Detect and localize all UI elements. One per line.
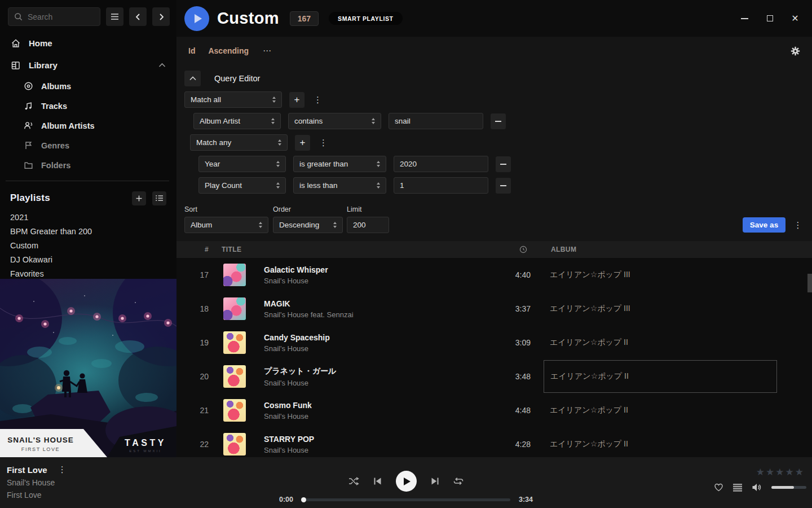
table-row[interactable]: 19 Candy Spaceship Snail's House 3:09 エイ… xyxy=(176,326,812,360)
menu-button[interactable] xyxy=(106,7,123,26)
track-artist: Snail's House xyxy=(264,412,491,421)
nav-back-button[interactable] xyxy=(129,7,147,26)
rule-field-select[interactable]: Play Count xyxy=(198,177,286,194)
sidebar-item-genres[interactable]: Genres xyxy=(0,135,176,155)
play-pause-button[interactable] xyxy=(396,471,417,492)
table-row[interactable]: 22 STARRY POP Snail's House 4:28 エイリアン☆ポ… xyxy=(176,427,812,457)
track-album[interactable]: エイリアン☆ポップ III xyxy=(544,259,777,291)
sidebar-item-library[interactable]: Library xyxy=(0,54,176,76)
remove-rule-button[interactable] xyxy=(491,113,506,129)
sort-select[interactable]: Album xyxy=(184,217,268,233)
rule-operator-select[interactable]: is greater than xyxy=(293,156,386,172)
library-sub-items: Albums Tracks Album Artists xyxy=(0,76,176,175)
rule-value-input[interactable] xyxy=(394,156,488,172)
chevron-right-icon xyxy=(157,13,165,21)
now-playing-menu-button[interactable]: ⋮ xyxy=(56,465,68,475)
seek-bar[interactable] xyxy=(302,498,510,501)
table-row[interactable]: 18 MAGIK Snail's House feat. Sennzai 3:3… xyxy=(176,292,812,326)
query-collapse-button[interactable] xyxy=(184,71,201,86)
next-track-button[interactable] xyxy=(431,477,439,485)
save-as-button[interactable]: Save as xyxy=(743,217,785,233)
track-count-badge: 167 xyxy=(290,11,319,26)
rule-operator-select[interactable]: is less than xyxy=(293,177,386,194)
playlist-item[interactable]: DJ Okawari xyxy=(0,253,176,267)
table-row[interactable]: 17 Galactic Whisper Snail's House 4:40 エ… xyxy=(176,258,812,292)
maximize-button[interactable] xyxy=(765,14,774,23)
sort-order-button[interactable]: Ascending xyxy=(208,46,249,55)
rule-field-select[interactable]: Album Artist xyxy=(193,113,281,129)
playlists-title: Playlists xyxy=(10,192,50,204)
table-scrollbar[interactable] xyxy=(807,274,812,292)
track-album[interactable]: エイリアン☆ポップ II xyxy=(544,326,777,359)
playlist-item[interactable]: Custom xyxy=(0,239,176,253)
sidebar-item-albums[interactable]: Albums xyxy=(0,76,176,96)
volume-slider[interactable] xyxy=(771,486,806,489)
queue-button[interactable] xyxy=(733,484,742,492)
search-box[interactable] xyxy=(8,7,100,26)
group-menu-button[interactable]: ⋮ xyxy=(312,95,324,105)
column-album[interactable]: ALBUM xyxy=(544,246,777,253)
limit-input[interactable] xyxy=(347,217,389,233)
playlist-list-icon[interactable] xyxy=(152,191,166,205)
track-album[interactable]: エイリアン☆ポップ II xyxy=(544,394,777,427)
sidebar-nav: Home Library Albums xyxy=(0,32,176,175)
favorite-button[interactable] xyxy=(714,483,723,492)
column-title[interactable]: TITLE xyxy=(209,246,491,253)
track-album-focused[interactable]: エイリアン☆ポップ II xyxy=(544,360,777,393)
nav-forward-button[interactable] xyxy=(152,7,170,26)
table-row[interactable]: 20 プラネット・ガール Snail's House 3:48 エイリアン☆ポッ… xyxy=(176,360,812,393)
column-favorite[interactable] xyxy=(777,246,812,253)
order-select[interactable]: Descending xyxy=(273,217,343,233)
playlist-item[interactable]: BPM Greater than 200 xyxy=(0,225,176,239)
rule-field-select[interactable]: Year xyxy=(198,156,286,172)
track-duration: 3:09 xyxy=(491,338,531,347)
sidebar-item-label: Album Artists xyxy=(41,121,95,130)
search-input[interactable] xyxy=(28,12,90,21)
track-album[interactable]: エイリアン☆ポップ II xyxy=(544,428,777,457)
remove-rule-button[interactable] xyxy=(496,156,511,172)
match-select[interactable]: Match any xyxy=(190,134,288,151)
playlist-item[interactable]: 2021 xyxy=(0,211,176,225)
track-album[interactable]: エイリアン☆ポップ III xyxy=(544,292,777,325)
minimize-button[interactable] xyxy=(740,14,749,23)
shuffle-button[interactable] xyxy=(348,477,359,485)
column-duration[interactable] xyxy=(491,246,531,253)
sidebar-item-album-artists[interactable]: Album Artists xyxy=(0,116,176,135)
sort-field-button[interactable]: Id xyxy=(188,46,195,55)
sidebar-item-label: Library xyxy=(29,60,58,70)
select-caret-icon xyxy=(272,97,276,103)
sidebar-item-tracks[interactable]: Tracks xyxy=(0,96,176,116)
rule-operator-select[interactable]: contains xyxy=(288,113,381,129)
album-card-artist: SNAIL'S HOUSE xyxy=(7,436,73,444)
star-rating[interactable]: ★★★★★ xyxy=(756,467,805,477)
settings-button[interactable] xyxy=(791,46,800,56)
previous-track-button[interactable] xyxy=(373,477,382,485)
play-playlist-button[interactable] xyxy=(184,6,209,31)
rule-value-input[interactable] xyxy=(394,177,488,194)
table-row[interactable]: 21 Cosmo Funk Snail's House 4:48 エイリアン☆ポ… xyxy=(176,393,812,427)
now-playing-album-art[interactable]: SNAIL'S HOUSE FIRST LOVE TASTY EST MMXII xyxy=(0,279,176,457)
add-playlist-button[interactable] xyxy=(132,191,146,205)
match-select[interactable]: Match all xyxy=(184,91,282,108)
track-title: MAGIK xyxy=(264,299,491,308)
sort-toolbar: Id Ascending ⋯ xyxy=(176,37,812,65)
volume-button[interactable] xyxy=(752,483,762,492)
save-menu-button[interactable]: ⋮ xyxy=(792,220,804,230)
add-rule-button[interactable]: + xyxy=(289,92,304,108)
remove-rule-button[interactable] xyxy=(496,178,511,194)
group-menu-button[interactable]: ⋮ xyxy=(317,138,329,148)
add-rule-button[interactable]: + xyxy=(295,135,310,151)
track-art-thumb xyxy=(223,365,246,388)
rule-value-input[interactable] xyxy=(389,113,483,129)
heart-icon xyxy=(714,483,723,492)
repeat-button[interactable] xyxy=(453,477,464,485)
sidebar-item-folders[interactable]: Folders xyxy=(0,155,176,175)
more-options-button[interactable]: ⋯ xyxy=(263,46,272,56)
close-button[interactable]: ✕ xyxy=(791,14,800,23)
column-number[interactable]: # xyxy=(176,246,209,253)
seek-thumb[interactable] xyxy=(301,497,306,502)
select-caret-icon xyxy=(372,118,375,124)
sidebar-item-home[interactable]: Home xyxy=(0,32,176,54)
gear-icon xyxy=(791,46,800,56)
library-collapse-icon[interactable] xyxy=(158,63,166,68)
